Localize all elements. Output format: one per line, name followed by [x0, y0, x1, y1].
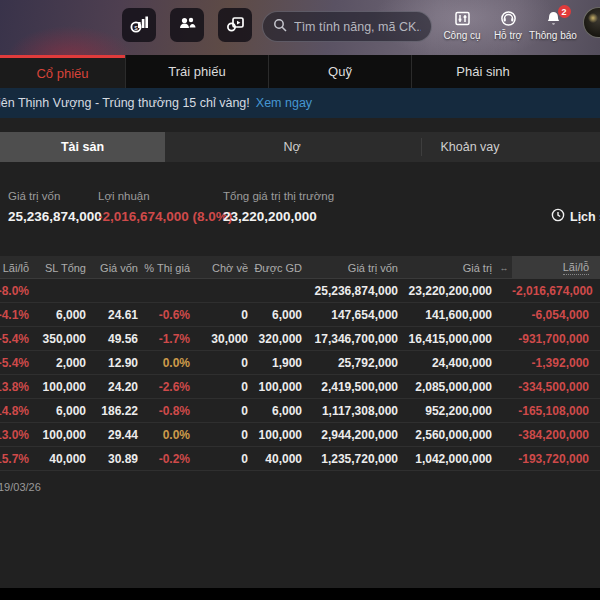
column-label[interactable]: SL Tổng	[45, 262, 86, 274]
cell-value[interactable]: 24.61	[108, 308, 138, 322]
promo-banner: iên Thịnh Vượng - Trúng thưởng 15 chỉ và…	[0, 88, 600, 118]
column-label[interactable]: Chờ về	[212, 262, 248, 274]
cell: -5.4%	[0, 332, 31, 346]
tab-2[interactable]: Quỹ	[268, 55, 411, 88]
holding-row[interactable]: -4.1%6,00024.61-0.6%06,000147,654,000141…	[0, 303, 600, 327]
cell-value[interactable]: 30.89	[108, 452, 138, 466]
holding-row[interactable]: -15.7%40,00030.89-0.2%040,0001,235,720,0…	[0, 447, 600, 471]
cell-value: 2,085,000,000	[415, 380, 492, 394]
cell-value[interactable]: 29.44	[108, 428, 138, 442]
column-header-3: % Thị giá	[142, 262, 194, 274]
column-label[interactable]: % Thị giá	[144, 262, 190, 274]
community-button[interactable]	[170, 8, 204, 42]
notifications-button[interactable]: 2 Thông báo	[525, 9, 581, 41]
clock-icon	[551, 208, 565, 226]
cell-value[interactable]: 0	[241, 308, 248, 322]
history-label: Lịch sử	[570, 210, 600, 224]
market-stats-button[interactable]: s	[122, 8, 156, 42]
cell-value[interactable]: 40,000	[49, 452, 86, 466]
cell-value[interactable]: 0	[241, 380, 248, 394]
cell-value[interactable]: 30,000	[211, 332, 248, 346]
column-resize-icon	[496, 279, 512, 302]
subtab-divider	[421, 138, 422, 156]
cell: -14.8%	[0, 404, 31, 418]
cell: -193,720,000	[512, 452, 600, 466]
cell: 147,654,000	[306, 308, 402, 322]
holding-row[interactable]: -13.0%100,00029.440.0%0100,0002,944,200,…	[0, 423, 600, 447]
cell-value[interactable]: 0	[241, 404, 248, 418]
data-date: 19/03/26	[0, 481, 41, 493]
cell-value[interactable]: 49.56	[108, 332, 138, 346]
cell: -13.8%	[0, 380, 31, 394]
cell-value[interactable]: 0	[241, 428, 248, 442]
cell: 100,000	[252, 380, 306, 394]
promo-link[interactable]: Xem ngay	[256, 96, 312, 110]
subtab-tai-san[interactable]: Tài sản	[0, 132, 165, 162]
cell: 100,000	[31, 428, 90, 442]
cell-value[interactable]: 12.90	[108, 356, 138, 370]
holding-row[interactable]: -5.4%350,00049.56-1.7%30,000320,00017,34…	[0, 327, 600, 351]
cell-value[interactable]: 100,000	[43, 380, 86, 394]
cell: 1,042,000,000	[402, 452, 496, 466]
stat-value: -2,016,674,000 (8.0%)	[98, 209, 232, 224]
holding-row[interactable]: -5.4%2,00012.900.0%01,90025,792,00024,40…	[0, 351, 600, 375]
column-label[interactable]: Giá trị	[463, 262, 492, 274]
videos-button[interactable]	[218, 8, 252, 42]
tab-0[interactable]: Cổ phiếu	[0, 55, 125, 88]
cell-value[interactable]: 100,000	[43, 428, 86, 442]
column-resize-icon	[496, 447, 512, 470]
cell-value: 23,220,200,000	[409, 284, 492, 298]
tab-1[interactable]: Trái phiếu	[125, 55, 268, 88]
column-label[interactable]: Được GD	[254, 262, 302, 274]
holdings-table: % Lãi/lỗSL TổngGiá vốn% Thị giáChờ vềĐượ…	[0, 256, 600, 471]
column-label[interactable]: Giá trị vốn	[348, 262, 398, 274]
column-label[interactable]: % Lãi/lỗ	[0, 262, 29, 274]
bottom-bar	[0, 588, 600, 600]
cell: -1.7%	[142, 332, 194, 346]
column-label[interactable]: Lãi/lỗ	[563, 261, 589, 275]
cell-value[interactable]: 0	[241, 452, 248, 466]
cell-value: -0.8%	[159, 404, 190, 418]
cell-value[interactable]: 2,000	[56, 356, 86, 370]
column-label[interactable]: Giá vốn	[100, 262, 138, 274]
cell: -8.0%	[0, 284, 31, 298]
cell-value[interactable]: 6,000	[56, 404, 86, 418]
tab-3[interactable]: Phái sinh	[411, 55, 554, 88]
subtab-no[interactable]: Nợ	[283, 132, 300, 162]
cell-value[interactable]: 6,000	[56, 308, 86, 322]
search-input[interactable]	[294, 20, 421, 34]
stat-market-value: Tổng giá trị thị trường 23,220,200,000	[223, 190, 334, 224]
tools-icon	[454, 9, 471, 27]
cell: -2,016,674,000	[512, 284, 600, 298]
cell-value[interactable]: 24.20	[108, 380, 138, 394]
cell-value: 17,346,700,000	[315, 332, 398, 346]
cell: 49.56	[90, 332, 142, 346]
portfolio-summary: Giá trị vốn 25,236,874,000 Lợi nhuận -2,…	[0, 162, 600, 256]
cell-value: -14.8%	[0, 404, 29, 418]
stat-label: Giá trị vốn	[8, 190, 102, 202]
cell-value: 141,600,000	[425, 308, 492, 322]
cell: 30,000	[194, 332, 252, 346]
cell: -2.6%	[142, 380, 194, 394]
cell-value: -4.1%	[0, 308, 29, 322]
totals-row[interactable]: -8.0%25,236,874,00023,220,200,000-2,016,…	[0, 279, 600, 303]
cell: -0.2%	[142, 452, 194, 466]
cell-value[interactable]: 186.22	[101, 404, 138, 418]
holding-row[interactable]: -14.8%6,000186.22-0.8%06,0001,117,308,00…	[0, 399, 600, 423]
cell-value[interactable]: 350,000	[43, 332, 86, 346]
cell-value: -5.4%	[0, 332, 29, 346]
cell-value: -1.7%	[159, 332, 190, 346]
search-box[interactable]	[262, 11, 432, 42]
cell: -931,700,000	[512, 332, 600, 346]
holding-row[interactable]: -13.8%100,00024.20-2.6%0100,0002,419,500…	[0, 375, 600, 399]
cell-value[interactable]: 0	[241, 356, 248, 370]
subtab-khoan-vay[interactable]: Khoản vay	[440, 132, 499, 162]
history-button[interactable]: Lịch sử	[551, 208, 600, 226]
cell: 0.0%	[142, 428, 194, 442]
cell: -0.6%	[142, 308, 194, 322]
avatar[interactable]	[583, 7, 600, 38]
cell-value: -0.2%	[159, 452, 190, 466]
coin-chart-icon: s	[130, 14, 149, 37]
column-resize-icon[interactable]: ↔	[496, 256, 512, 279]
cell-value: 1,900	[272, 356, 302, 370]
